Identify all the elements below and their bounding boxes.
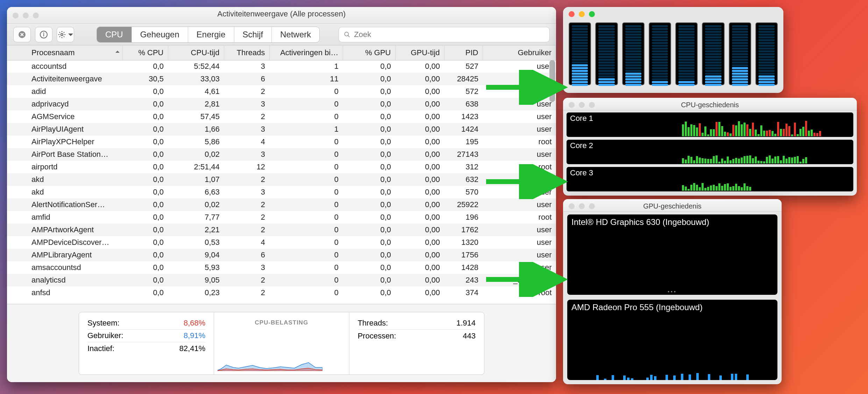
cell-cputime: 57,45 xyxy=(168,110,224,123)
footer: Systeem:8,68% Gebruiker:8,91% Inactief:8… xyxy=(7,304,556,382)
tab-cpu[interactable]: CPU xyxy=(97,27,132,42)
processes-value: 443 xyxy=(463,331,476,341)
cell-gputime: 0,00 xyxy=(395,261,444,274)
table-row[interactable]: anfsd0,00,23200,00,00374root xyxy=(7,286,556,299)
cell-cpu: 0,0 xyxy=(122,60,168,73)
cell-act: 0 xyxy=(269,98,343,110)
table-row[interactable]: Activiteitenweergave30,533,036110,00,002… xyxy=(7,73,556,85)
column-header[interactable]: PID xyxy=(444,45,483,60)
column-header[interactable]: Gebruiker xyxy=(483,45,556,60)
table-row[interactable]: AMPDeviceDiscover…0,00,53400,00,001320us… xyxy=(7,236,556,249)
cell-cpu: 0,0 xyxy=(122,161,168,173)
cell-name: Activiteitenweergave xyxy=(7,73,122,85)
cell-pid: 638 xyxy=(444,98,483,110)
table-row[interactable]: AGMService0,057,45200,00,001423user xyxy=(7,110,556,123)
scrollbar[interactable] xyxy=(549,60,555,102)
cell-pid: 570 xyxy=(444,186,483,198)
options-menu-button[interactable] xyxy=(57,27,74,42)
table-row[interactable]: AMPLibraryAgent0,09,04600,00,001756user xyxy=(7,249,556,261)
cell-gputime: 0,00 xyxy=(395,274,444,286)
cell-threads: 3 xyxy=(224,98,269,110)
resize-grip-icon[interactable]: ••• xyxy=(668,289,677,294)
column-header[interactable]: % CPU xyxy=(122,45,168,60)
cell-name: AMPArtworkAgent xyxy=(7,224,122,236)
cell-gputime: 0,00 xyxy=(395,60,444,73)
cell-user: root xyxy=(483,136,556,148)
table-row[interactable]: AMPArtworkAgent0,02,21200,00,001762user xyxy=(7,224,556,236)
cell-gpu: 0,0 xyxy=(343,173,395,186)
tab-schijf[interactable]: Schijf xyxy=(234,27,272,42)
table-row[interactable]: AirPlayUIAgent0,01,66310,00,001424user xyxy=(7,123,556,136)
cell-cputime: 6,63 xyxy=(168,186,224,198)
tab-energie[interactable]: Energie xyxy=(188,27,234,42)
column-header[interactable]: % GPU xyxy=(343,45,395,60)
table-row[interactable]: akd0,06,63300,00,00570user xyxy=(7,186,556,198)
tab-netwerk[interactable]: Netwerk xyxy=(272,27,319,42)
titlebar[interactable] xyxy=(563,7,783,19)
cell-pid: 1424 xyxy=(444,123,483,136)
search-field[interactable] xyxy=(339,27,550,42)
table-row[interactable]: adid0,04,61200,00,00572_fpsd xyxy=(7,85,556,98)
cell-pid: 1423 xyxy=(444,110,483,123)
titlebar[interactable]: GPU-geschiedenis xyxy=(563,199,782,212)
cell-gpu: 0,0 xyxy=(343,211,395,224)
table-row[interactable]: analyticsd0,09,05200,00,00243_analyticsd xyxy=(7,274,556,286)
tab-geheugen[interactable]: Geheugen xyxy=(132,27,188,42)
cell-act: 0 xyxy=(269,261,343,274)
core-row: Core 3 xyxy=(567,167,853,191)
cell-name: AMPLibraryAgent xyxy=(7,249,122,261)
column-header[interactable]: CPU-tijd xyxy=(168,45,224,60)
column-header[interactable]: Activeringen bi… xyxy=(269,45,343,60)
cell-pid: 1756 xyxy=(444,249,483,261)
titlebar[interactable]: Activiteitenweergave (Alle processen) xyxy=(7,7,556,24)
cpu-meter xyxy=(649,22,671,85)
cell-cpu: 0,0 xyxy=(122,85,168,98)
table-row[interactable]: AirPlayXPCHelper0,05,86400,00,00195root xyxy=(7,136,556,148)
table-row[interactable]: akd0,01,07200,00,00632root xyxy=(7,173,556,186)
cell-cpu: 0,0 xyxy=(122,236,168,249)
table-row[interactable]: AirPort Base Station…0,00,02300,00,00271… xyxy=(7,148,556,161)
column-header[interactable]: Procesnaam xyxy=(7,45,122,60)
cpu-load-title: CPU-BELASTING xyxy=(222,317,340,326)
svg-point-6 xyxy=(61,34,63,36)
cell-threads: 3 xyxy=(224,148,269,161)
cell-gputime: 0,00 xyxy=(395,73,444,85)
cell-name: AGMService xyxy=(7,110,122,123)
cell-cputime: 33,03 xyxy=(168,73,224,85)
titlebar[interactable]: CPU-geschiedenis xyxy=(563,98,857,110)
cell-gputime: 0,00 xyxy=(395,85,444,98)
table-row[interactable]: amfid0,07,77200,00,00196root xyxy=(7,211,556,224)
cell-act: 0 xyxy=(269,173,343,186)
cell-threads: 6 xyxy=(224,73,269,85)
stop-process-button[interactable] xyxy=(13,27,31,42)
cell-act: 11 xyxy=(269,73,343,85)
column-header[interactable]: GPU-tijd xyxy=(395,45,444,60)
cell-user: root xyxy=(483,286,556,299)
table-row[interactable]: adprivacyd0,02,81300,00,00638user xyxy=(7,98,556,110)
sort-ascending-icon xyxy=(115,49,120,53)
cpu-meters-window xyxy=(563,7,783,93)
column-header[interactable]: Threads xyxy=(224,45,269,60)
cell-act: 0 xyxy=(269,186,343,198)
minimize-icon[interactable] xyxy=(579,11,585,17)
info-button[interactable] xyxy=(35,27,52,42)
cell-gputime: 0,00 xyxy=(395,186,444,198)
table-row[interactable]: amsaccountsd0,05,93300,00,001428user xyxy=(7,261,556,274)
cell-cputime: 0,23 xyxy=(168,286,224,299)
close-icon[interactable] xyxy=(569,11,575,17)
table-row[interactable]: accountsd0,05:52,44310,00,00527user xyxy=(7,60,556,73)
table-row[interactable]: AlertNotificationSer…0,00,02200,00,00259… xyxy=(7,198,556,211)
maximize-icon[interactable] xyxy=(589,11,595,17)
cell-gpu: 0,0 xyxy=(343,123,395,136)
cell-user: root xyxy=(483,161,556,173)
cell-threads: 2 xyxy=(224,286,269,299)
search-input[interactable] xyxy=(354,30,545,39)
cell-gpu: 0,0 xyxy=(343,274,395,286)
cell-user: user xyxy=(483,110,556,123)
cell-cpu: 0,0 xyxy=(122,198,168,211)
table-row[interactable]: airportd0,02:51,441200,00,00312root xyxy=(7,161,556,173)
cell-cputime: 2,81 xyxy=(168,98,224,110)
cell-name: airportd xyxy=(7,161,122,173)
cell-cputime: 9,05 xyxy=(168,274,224,286)
cell-cputime: 0,02 xyxy=(168,198,224,211)
